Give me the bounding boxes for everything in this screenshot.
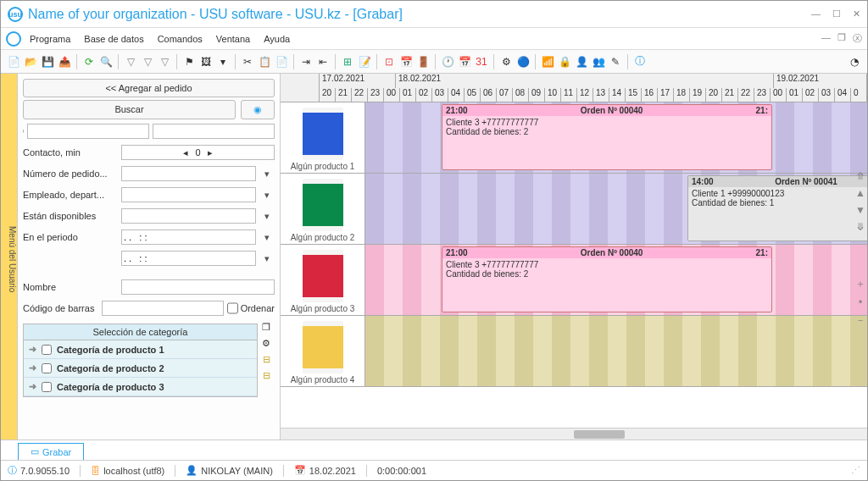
disponibles-input[interactable] — [121, 208, 256, 224]
side-tab-user-menu[interactable]: Menú del Usuario — [1, 74, 18, 440]
nombre-input[interactable] — [121, 279, 275, 295]
menu-logo-icon[interactable] — [6, 31, 21, 47]
export-icon[interactable]: 📤 — [57, 54, 72, 69]
contacto-spinner[interactable]: ◂0▸ — [121, 145, 275, 160]
order-block[interactable]: 21:00Orden Nº 0004021: Cliente 3 +777777… — [442, 104, 772, 170]
numero-input[interactable] — [121, 166, 256, 181]
periodo-to-input[interactable] — [121, 251, 256, 266]
category-row[interactable]: ➜Categoría de producto 1 — [24, 340, 257, 359]
label-empleado: Empleado, depart... — [23, 190, 118, 200]
calendar2-icon[interactable]: 📅 — [398, 54, 414, 69]
category-row[interactable]: ➜Categoría de producto 2 — [24, 359, 257, 378]
numero-dropdown[interactable]: ▾ — [259, 169, 275, 180]
new-icon[interactable]: 📄 — [6, 54, 21, 69]
search-button[interactable]: Buscar — [23, 100, 236, 119]
mdi-restore-icon[interactable]: ❐ — [837, 32, 846, 45]
scroll-up2-icon[interactable]: ▲ — [855, 187, 865, 199]
user-icon[interactable]: 👤 — [574, 54, 589, 69]
settings-cat-icon[interactable]: ⚙ — [262, 338, 270, 349]
date-icon[interactable]: 31 — [474, 54, 489, 69]
menu-programa[interactable]: Programa — [25, 32, 75, 46]
gantt-track[interactable]: 14:00Orden Nº 0004114:00 Cliente 1 +9999… — [365, 174, 867, 244]
clock-icon[interactable]: 🕐 — [440, 54, 455, 69]
dropdown-icon[interactable]: ▾ — [215, 54, 231, 69]
database-icon: 🗄 — [91, 466, 100, 476]
filter2-icon[interactable]: ▽ — [140, 54, 155, 69]
zoom-dot-icon[interactable]: • — [859, 296, 862, 308]
color-icon[interactable]: 🔵 — [515, 54, 531, 69]
scroll-up-icon[interactable]: ⤊ — [856, 170, 865, 182]
db1-icon[interactable]: ⊟ — [263, 354, 270, 365]
toolbar: 📄 📂 💾 📤 ⟳ 🔍 ▽ ▽ ▽ ⚑ 🖼 ▾ ✂ 📋 📄 ⇥ ⇤ ⊞ 📝 ⊡ … — [1, 50, 867, 74]
codigo-input[interactable] — [102, 301, 224, 316]
image-icon[interactable]: 🖼 — [198, 54, 214, 69]
add-to-order-button[interactable]: << Agregar al pedido — [23, 79, 275, 97]
excel-icon[interactable]: ⊞ — [340, 54, 355, 69]
maximize-icon[interactable]: ☐ — [832, 8, 841, 19]
gantt-body: Algún producto 1 21:00Orden Nº 0004021: … — [281, 102, 867, 428]
order-block[interactable]: 21:00Orden Nº 0004021: Cliente 3 +777777… — [442, 246, 772, 312]
ordenar-checkbox[interactable] — [227, 301, 238, 316]
gantt-chart: 17.02.2021 18.02.2021 19.02.2021 2021222… — [281, 74, 867, 440]
cut-icon[interactable]: ✂ — [240, 54, 255, 69]
doc-icon[interactable]: 📝 — [357, 54, 372, 69]
menu-ventana[interactable]: Ventana — [211, 32, 255, 46]
category-row[interactable]: ➜Categoría de producto 3 — [24, 378, 257, 396]
window-title: Name of your organization - USU software… — [28, 7, 811, 22]
cliente-input[interactable] — [27, 124, 149, 139]
indent-icon[interactable]: ⇥ — [298, 54, 314, 69]
category-box: Selección de categoría ➜Categoría de pro… — [23, 323, 258, 397]
rss-icon[interactable]: 📶 — [540, 54, 555, 69]
empleado-input[interactable] — [121, 187, 256, 202]
refresh-icon[interactable]: ⟳ — [81, 54, 97, 69]
flag-icon[interactable]: ⚑ — [181, 54, 197, 69]
cal3-icon[interactable]: 📅 — [457, 54, 472, 69]
copy-cat-icon[interactable]: ❐ — [262, 322, 270, 333]
help-icon[interactable]: ◔ — [847, 54, 862, 69]
scroll-down2-icon[interactable]: ⤋ — [856, 221, 865, 233]
paste-icon[interactable]: 📄 — [274, 54, 289, 69]
mdi-minimize-icon[interactable]: — — [821, 32, 831, 45]
disponibles-dropdown[interactable]: ▾ — [259, 211, 275, 222]
gear-icon[interactable]: ⚙ — [498, 54, 514, 69]
quick-search-button[interactable]: ◉ — [241, 100, 275, 119]
db2-icon[interactable]: ⊟ — [263, 370, 270, 381]
order-block[interactable]: 14:00Orden Nº 0004114:00 Cliente 1 +9999… — [687, 175, 867, 241]
filter3-icon[interactable]: ▽ — [157, 54, 172, 69]
label-periodo: En el periodo — [23, 232, 118, 242]
menu-basedatos[interactable]: Base de datos — [79, 32, 148, 46]
titlebar: usu Name of your organization - USU soft… — [1, 1, 867, 28]
statusbar: ⓘ7.0.9055.10 🗄localhost (utf8) 👤NIKOLAY … — [1, 460, 867, 480]
search-icon[interactable]: 🔍 — [98, 54, 114, 69]
outdent-icon[interactable]: ⇤ — [315, 54, 331, 69]
edit-icon[interactable]: ✎ — [608, 54, 623, 69]
lock-icon[interactable]: 🔒 — [557, 54, 572, 69]
users-icon[interactable]: 👥 — [591, 54, 606, 69]
gantt-track[interactable]: 21:00Orden Nº 0004021: Cliente 3 +777777… — [365, 245, 867, 315]
copy-icon[interactable]: 📋 — [257, 54, 272, 69]
resize-grip-icon[interactable]: ⋰ — [851, 465, 860, 476]
tab-grabar[interactable]: ▭Grabar — [18, 443, 84, 460]
zoom-out-icon[interactable]: － — [855, 313, 865, 328]
info-icon[interactable]: ⓘ — [632, 54, 648, 69]
filter-icon[interactable]: ▽ — [123, 54, 138, 69]
close-icon[interactable]: ✕ — [853, 8, 860, 19]
menu-ayuda[interactable]: Ayuda — [259, 32, 295, 46]
exit-icon[interactable]: 🚪 — [415, 54, 431, 69]
gantt-hscroll[interactable] — [281, 428, 867, 440]
save-icon[interactable]: 💾 — [40, 54, 55, 69]
open-icon[interactable]: 📂 — [23, 54, 38, 69]
minimize-icon[interactable]: — — [811, 8, 821, 19]
app-logo: usu — [8, 7, 23, 22]
gantt-track[interactable] — [365, 316, 867, 386]
empleado-dropdown[interactable]: ▾ — [259, 190, 275, 201]
gantt-track[interactable]: 21:00Orden Nº 0004021: Cliente 3 +777777… — [365, 102, 867, 173]
menu-comandos[interactable]: Comandos — [153, 32, 208, 46]
mdi-close-icon[interactable]: ⓧ — [853, 32, 862, 45]
tarjeta-input[interactable] — [153, 124, 275, 139]
scroll-down-icon[interactable]: ▼ — [855, 204, 865, 216]
periodo-from-input[interactable] — [121, 229, 256, 245]
product-thumb — [303, 179, 343, 231]
zoom-in-icon[interactable]: ＋ — [855, 277, 865, 291]
window-icon[interactable]: ⊡ — [381, 54, 397, 69]
